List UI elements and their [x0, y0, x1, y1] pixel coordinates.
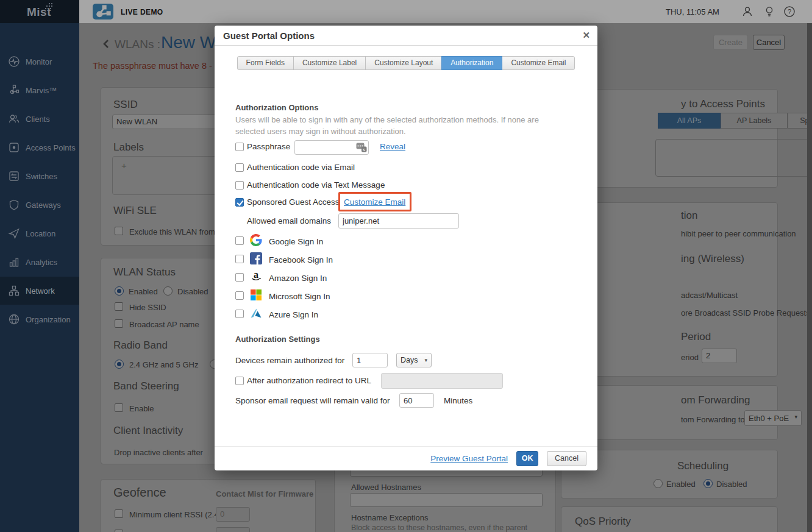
tab-customize-label[interactable]: Customize Label [293, 56, 366, 70]
reveal-link[interactable]: Reveal [380, 142, 405, 151]
svg-text:s: s [363, 147, 365, 152]
sponsored-guest-checkbox[interactable] [235, 198, 244, 207]
amazon-signin-label: Amazon Sign In [269, 274, 327, 283]
amazon-icon: a [250, 269, 262, 282]
sponsored-guest-label: Sponsored Guest Access [247, 197, 340, 207]
tab-customize-email[interactable]: Customize Email [502, 56, 575, 70]
azure-icon [250, 307, 262, 319]
caret-down-icon: ▾ [424, 357, 427, 363]
devices-authorized-input[interactable] [352, 353, 388, 367]
facebook-signin-label: Facebook Sign In [269, 255, 333, 264]
customize-email-link[interactable]: Customize Email [344, 197, 405, 207]
auth-options-heading: Authorization Options [235, 103, 318, 112]
tab-customize-layout[interactable]: Customize Layout [365, 56, 442, 70]
facebook-icon [250, 252, 262, 264]
sms-code-label: Authentication code via Text Message [247, 180, 385, 190]
google-signin-label: Google Sign In [269, 237, 323, 246]
azure-signin-checkbox[interactable] [235, 310, 244, 318]
tab-form-fields[interactable]: Form Fields [237, 56, 294, 70]
microsoft-signin-label: Microsoft Sign In [269, 292, 330, 301]
azure-signin-label: Azure Sign In [269, 310, 318, 319]
microsoft-icon [250, 289, 262, 301]
tab-authorization[interactable]: Authorization [441, 56, 502, 70]
allowed-domains-label: Allowed email domains [247, 216, 331, 225]
close-icon[interactable]: ✕ [582, 30, 590, 41]
sms-code-checkbox[interactable] [235, 181, 244, 190]
cancel-button[interactable]: Cancel [547, 451, 586, 466]
google-icon [250, 234, 262, 246]
passphrase-label: Passphrase [247, 142, 290, 151]
redirect-url-checkbox[interactable] [235, 377, 244, 385]
guest-portal-modal: Guest Portal Options ✕ Form Fields Custo… [215, 26, 597, 470]
microsoft-signin-checkbox[interactable] [235, 291, 244, 300]
google-signin-checkbox[interactable] [235, 236, 244, 245]
redirect-url-input[interactable] [381, 373, 503, 389]
svg-text:a: a [254, 269, 258, 280]
modal-tabs: Form Fields Customize Label Customize La… [215, 56, 597, 70]
modal-footer: Preview Guest Portal OK Cancel [215, 446, 597, 470]
mist-app: Mist LIVE DEMO THU, 11:05 AM ? Monitor M… [0, 0, 812, 532]
sponsor-valid-unit: Minutes [444, 396, 472, 405]
modal-header: Guest Portal Options ✕ [215, 26, 597, 46]
generate-passphrase-icon[interactable]: s [356, 143, 367, 152]
email-code-checkbox[interactable] [235, 163, 244, 172]
allowed-domains-input[interactable] [338, 213, 459, 229]
ok-button[interactable]: OK [516, 451, 538, 466]
modal-title: Guest Portal Options [223, 30, 315, 41]
redirect-url-label: After authorization redirect to URL [247, 376, 371, 385]
facebook-signin-checkbox[interactable] [235, 255, 244, 263]
sponsor-valid-label: Sponsor email request will remain valid … [235, 396, 390, 405]
devices-unit-select[interactable]: Days ▾ [396, 353, 432, 367]
devices-authorized-label: Devices remain authorized for [235, 356, 344, 365]
auth-options-description: Users will be able to sign in with any o… [235, 115, 564, 138]
sponsor-valid-input[interactable] [399, 393, 434, 408]
auth-settings-heading: Authorization Settings [235, 335, 320, 344]
passphrase-checkbox[interactable] [235, 143, 244, 151]
amazon-signin-checkbox[interactable] [235, 273, 244, 282]
email-code-label: Authentication code via Email [247, 163, 355, 172]
preview-guest-portal-link[interactable]: Preview Guest Portal [430, 454, 508, 463]
